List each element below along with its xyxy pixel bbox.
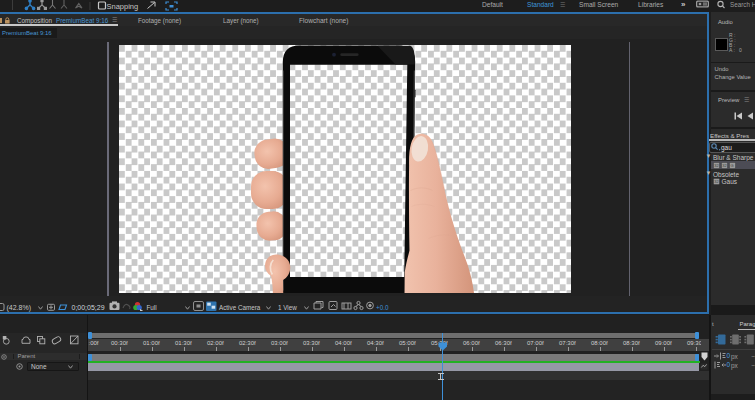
svg-text:32: 32 <box>714 179 719 184</box>
svg-text:32: 32 <box>722 163 727 168</box>
svg-text:32: 32 <box>714 163 719 168</box>
svg-text:G: G <box>731 163 734 168</box>
